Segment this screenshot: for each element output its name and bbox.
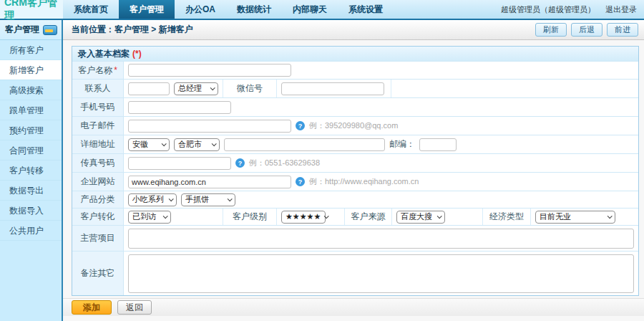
form-title: 录入基本档案: [78, 48, 130, 60]
wechat-label: 微信号: [223, 80, 276, 97]
customer-name-input[interactable]: [128, 64, 291, 77]
help-icon[interactable]: ?: [296, 177, 305, 186]
row-email: 电子邮件 ? 例：395209980@qq.com: [72, 116, 638, 135]
product-category-select[interactable]: 小吃系列: [128, 193, 177, 206]
city-select[interactable]: 合肥市: [174, 138, 220, 151]
level-select[interactable]: ★★★★★: [281, 211, 326, 224]
user-area: 超级管理员（超级管理员） 退出登录: [501, 0, 644, 19]
sidebar-header: 客户管理: [0, 20, 62, 40]
zip-input[interactable]: [419, 138, 457, 151]
forward-button[interactable]: 前进: [607, 23, 638, 37]
add-button[interactable]: 添加: [72, 300, 112, 315]
new-customer-form: 录入基本档案 (*) 客户名称* 联系人 总经理: [72, 46, 639, 296]
help-icon[interactable]: ?: [296, 121, 305, 130]
email-hint: 例：395209980@qq.com: [309, 120, 398, 131]
fax-input[interactable]: [128, 157, 231, 170]
economy-select[interactable]: 目前无业: [535, 211, 615, 224]
sidebar-item-public-users[interactable]: 公共用户: [0, 221, 62, 241]
sidebar-item-data-import[interactable]: 数据导入: [0, 201, 62, 221]
email-input[interactable]: [128, 120, 291, 133]
street-input[interactable]: [224, 138, 385, 151]
refresh-button[interactable]: 刷新: [535, 23, 567, 37]
logout-link[interactable]: 退出登录: [605, 4, 637, 15]
row-customer-name: 客户名称*: [72, 61, 638, 79]
row-fax: 传真号码 ? 例：0551-63629638: [72, 153, 638, 172]
breadcrumb: 当前位置：客户管理 > 新增客户: [72, 24, 193, 36]
economy-label: 经济类型: [482, 209, 530, 225]
main-project-textarea[interactable]: [128, 229, 634, 249]
sidebar-item-appointments[interactable]: 预约管理: [0, 120, 62, 140]
chevron-down-icon: [324, 214, 329, 219]
fax-hint: 例：0551-63629638: [249, 158, 320, 168]
level-label: 客户级别: [223, 209, 276, 225]
row-product-category: 产品分类 小吃系列 手抓饼: [72, 191, 638, 208]
contact-input[interactable]: [128, 82, 170, 95]
form-header: 录入基本档案 (*): [72, 47, 638, 61]
wechat-input[interactable]: [281, 82, 384, 95]
remark-textarea[interactable]: [128, 254, 634, 293]
row-main-project: 主营项目: [72, 225, 638, 251]
tab-customer-management[interactable]: 客户管理: [119, 0, 175, 19]
form-required-mark: (*): [132, 49, 142, 59]
sidebar-title: 客户管理: [5, 24, 39, 36]
zip-label: 邮编：: [389, 138, 415, 150]
website-label: 企业网站: [72, 173, 124, 191]
email-label: 电子邮件: [72, 117, 124, 135]
breadcrumb-bar: 当前位置：客户管理 > 新增客户 刷新 后退 前进: [63, 20, 644, 40]
tab-system-settings[interactable]: 系统设置: [338, 0, 394, 19]
top-nav: CRM客户管理 系统首页 客户管理 办公OA 数据统计 内部聊天 系统设置 超级…: [0, 0, 644, 20]
row-contact: 联系人 总经理 微信号: [72, 79, 638, 97]
row-mobile: 手机号码: [72, 97, 638, 116]
contact-label: 联系人: [72, 80, 124, 97]
sidebar: 客户管理 所有客户 新增客户 高级搜索 跟单管理 预约管理 合同管理 客户转移 …: [0, 20, 63, 321]
contact-title-select[interactable]: 总经理: [174, 82, 218, 95]
product-subcategory-select[interactable]: 手抓饼: [181, 193, 235, 206]
tab-internal-chat[interactable]: 内部聊天: [282, 0, 338, 19]
back-button[interactable]: 后退: [571, 23, 602, 37]
tab-office-oa[interactable]: 办公OA: [175, 0, 226, 19]
app-logo: CRM客户管理: [0, 0, 63, 19]
chevron-down-icon: [210, 85, 215, 90]
fax-label: 传真号码: [72, 154, 124, 172]
sidebar-item-advanced-search[interactable]: 高级搜索: [0, 80, 62, 100]
form-action-bar: 添加 返回: [63, 298, 644, 316]
conversion-select[interactable]: 已到访: [128, 211, 171, 224]
help-icon[interactable]: ?: [235, 158, 245, 168]
customer-name-label: 客户名称*: [72, 62, 124, 79]
row-remark: 备注其它: [72, 251, 638, 295]
chevron-down-icon: [608, 214, 613, 219]
website-hint: 例：http://www.eqihang.com.cn: [309, 176, 419, 187]
nav-toolbar: 刷新 后退 前进: [535, 23, 638, 37]
row-customer-attributes: 客户转化 已到访 客户级别 ★★★★★ 客户来源 百度大搜: [72, 208, 638, 225]
return-button[interactable]: 返回: [117, 300, 152, 315]
sidebar-item-data-export[interactable]: 数据导出: [0, 181, 62, 201]
mobile-input[interactable]: [128, 101, 231, 114]
crm-app: CRM客户管理 系统首页 客户管理 办公OA 数据统计 内部聊天 系统设置 超级…: [0, 0, 644, 321]
source-label: 客户来源: [344, 209, 391, 225]
sidebar-item-customer-transfer[interactable]: 客户转移: [0, 160, 62, 181]
mobile-label: 手机号码: [72, 98, 124, 116]
chevron-down-icon: [163, 214, 168, 219]
row-website: 企业网站 ? 例：http://www.eqihang.com.cn: [72, 172, 638, 191]
row-address: 详细地址 安徽 合肥市 邮编：: [72, 135, 638, 153]
website-input[interactable]: [128, 176, 291, 188]
main-project-label: 主营项目: [72, 226, 124, 251]
source-select[interactable]: 百度大搜: [396, 211, 445, 224]
province-select[interactable]: 安徽: [128, 138, 170, 151]
main-content: 录入基本档案 (*) 客户名称* 联系人 总经理: [63, 40, 644, 321]
sidebar-item-contracts[interactable]: 合同管理: [0, 140, 62, 160]
chevron-down-icon: [212, 141, 217, 146]
sidebar-item-follow-up[interactable]: 跟单管理: [0, 100, 62, 120]
chevron-down-icon: [162, 141, 167, 146]
sidebar-item-all-customers[interactable]: 所有客户: [0, 40, 62, 60]
chevron-down-icon: [228, 196, 233, 201]
conversion-label: 客户转化: [72, 209, 124, 225]
chevron-down-icon: [169, 196, 174, 201]
current-user-label: 超级管理员（超级管理员）: [501, 4, 595, 15]
sidebar-item-new-customer[interactable]: 新增客户: [0, 60, 62, 80]
remark-label: 备注其它: [72, 251, 124, 295]
product-category-label: 产品分类: [72, 191, 124, 208]
tab-data-statistics[interactable]: 数据统计: [226, 0, 282, 19]
tab-home[interactable]: 系统首页: [63, 0, 119, 19]
customer-card-icon: [43, 25, 57, 35]
